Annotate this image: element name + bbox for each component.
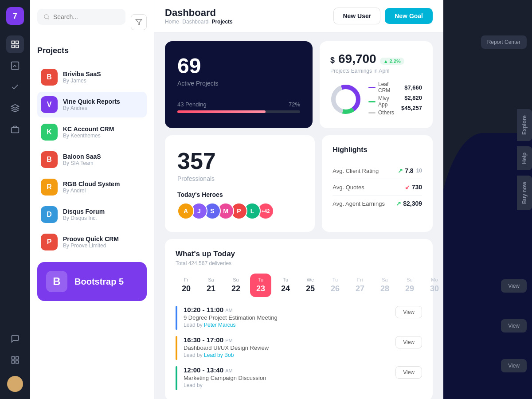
trend-icon: ↗ (398, 167, 403, 174)
donut-chart (330, 84, 361, 115)
cal-day-7[interactable]: Fri 27 (349, 274, 371, 297)
project-item-4[interactable]: R RGB Cloud System By Andrei (37, 174, 147, 200)
day-num: 22 (231, 284, 240, 293)
new-user-button[interactable]: New User (333, 8, 380, 24)
project-name: KC Account CRM (63, 125, 114, 133)
filter-button[interactable] (131, 14, 147, 30)
svg-rect-10 (12, 361, 15, 364)
new-goal-button[interactable]: New Goal (385, 8, 433, 24)
cal-day-2[interactable]: Su 22 (225, 274, 246, 297)
day-num: 28 (380, 284, 389, 293)
event-bar (176, 306, 177, 330)
event-bar (176, 366, 177, 390)
sidebar-avatar[interactable]: 7 (6, 7, 24, 25)
cal-day-6[interactable]: Tu 26 (325, 274, 346, 297)
projects-title: Projects (37, 46, 147, 55)
cal-day-10[interactable]: Mo 30 (424, 274, 443, 297)
bootstrap-icon: B (46, 271, 67, 292)
project-by: By Proove Limited (63, 243, 119, 249)
day-name: Tu (258, 277, 263, 282)
active-projects-number: 69 (177, 54, 300, 78)
progress-bar-fill (177, 110, 266, 113)
project-item-3[interactable]: B Baloon SaaS By SIA Team (37, 147, 147, 172)
sidebar-item-grid2[interactable] (6, 351, 24, 369)
explore-tab[interactable]: Explore (517, 109, 532, 141)
cal-day-8[interactable]: Sa 28 (374, 274, 395, 297)
cal-day-3[interactable]: Tu 23 (250, 274, 271, 297)
event-lead: Lead by Lead by Bob (184, 352, 389, 358)
svg-point-11 (44, 15, 48, 19)
day-num: 25 (306, 284, 315, 293)
cal-day-0[interactable]: Fr 20 (176, 274, 197, 297)
docs-link[interactable]: Docs & Components › (37, 305, 147, 318)
project-info: Proove Quick CRM By Proove Limited (63, 235, 119, 249)
project-logo: D (41, 206, 58, 223)
event-view-button[interactable]: View (395, 336, 422, 348)
day-name: Tu (283, 277, 288, 282)
sidebar-item-briefcase[interactable] (6, 121, 24, 138)
view-button-2[interactable]: View (501, 319, 527, 332)
project-by: By Andres (63, 105, 120, 111)
project-by: By SIA Team (63, 160, 101, 166)
svg-rect-1 (16, 41, 19, 44)
event-item-2: 12:00 - 13:40 AM Marketing Campaign Disc… (176, 366, 422, 390)
help-tab[interactable]: Help (517, 146, 532, 170)
project-item-2[interactable]: K KC Account CRM By Keenthemes (37, 119, 147, 145)
sidebar: 7 (0, 0, 30, 399)
view-button-3[interactable]: View (501, 359, 527, 372)
svg-rect-6 (12, 128, 19, 133)
project-name: RGB Cloud System (63, 180, 120, 188)
sidebar-item-messages[interactable] (6, 330, 24, 348)
professionals-card: 357 Professionals Today's Heroes AJSMPL+… (165, 135, 315, 232)
highlight-name: Avg. Agent Earnings (332, 200, 385, 207)
event-info: 10:20 - 11:00 AM 9 Degree Project Estima… (184, 306, 389, 328)
user-avatar[interactable] (7, 376, 23, 392)
project-info: Vine Quick Reports By Andres (63, 98, 120, 111)
project-info: Briviba SaaS By James (63, 70, 101, 84)
highlight-row-2: Avg. Agent Earnings ↗ $2,309 (332, 196, 422, 211)
day-name: We (307, 277, 314, 282)
event-item-1: 16:30 - 17:00 PM Dashboard UI/UX Design … (176, 336, 422, 360)
sidebar-item-analytics[interactable] (6, 57, 24, 74)
project-item-6[interactable]: P Proove Quick CRM By Proove Limited (37, 229, 147, 255)
event-lead: Lead by Peter Marcus (184, 322, 389, 328)
project-info: Baloon SaaS By SIA Team (63, 153, 101, 166)
buy-now-tab[interactable]: Buy now (517, 176, 532, 210)
report-center-button[interactable]: Report Center (481, 35, 527, 49)
cal-day-1[interactable]: Sa 21 (200, 274, 222, 297)
day-name: Sa (382, 277, 387, 282)
active-projects-card: 69 Active Projects 43 Pending 72% (165, 41, 313, 128)
sidebar-item-layers[interactable] (6, 99, 24, 117)
sidebar-item-tasks[interactable] (6, 78, 24, 96)
project-item-1[interactable]: V Vine Quick Reports By Andres (37, 92, 147, 117)
search-input[interactable] (53, 13, 119, 20)
professionals-label: Professionals (177, 175, 302, 182)
earnings-dollar: $ (330, 56, 335, 65)
project-item-5[interactable]: D Disqus Forum By Disqus Inc. (37, 202, 147, 227)
event-info: 12:00 - 13:40 AM Marketing Campaign Disc… (184, 366, 389, 388)
breadcrumb-home: Home- (165, 19, 181, 25)
svg-rect-9 (16, 361, 19, 364)
project-item-0[interactable]: B Briviba SaaS By James (37, 64, 147, 90)
view-button-1[interactable]: View (501, 279, 527, 293)
day-num: 24 (281, 284, 290, 293)
svg-rect-0 (12, 41, 15, 44)
event-item-0: 10:20 - 11:00 AM 9 Degree Project Estima… (176, 306, 422, 330)
header-actions: New User New Goal (333, 8, 433, 24)
earnings-amounts: $7,660 $2,820 $45,257 (401, 84, 422, 115)
project-logo: K (41, 124, 58, 141)
earnings-sub: Projects Earnings in April (330, 68, 422, 74)
cal-day-9[interactable]: Su 29 (399, 274, 420, 297)
project-name: Proove Quick CRM (63, 235, 119, 243)
day-num: 23 (256, 284, 265, 293)
event-view-button[interactable]: View (395, 306, 422, 318)
cal-day-5[interactable]: We 25 (300, 274, 321, 297)
event-view-button[interactable]: View (395, 366, 422, 379)
svg-rect-8 (16, 357, 19, 360)
day-name: Fri (357, 277, 363, 282)
search-icon (43, 13, 50, 20)
cal-day-4[interactable]: Tu 24 (275, 274, 296, 297)
sidebar-item-dashboard[interactable] (6, 35, 24, 53)
filter-icon (135, 19, 142, 26)
event-name: 9 Degree Project Estimation Meeting (184, 314, 389, 321)
